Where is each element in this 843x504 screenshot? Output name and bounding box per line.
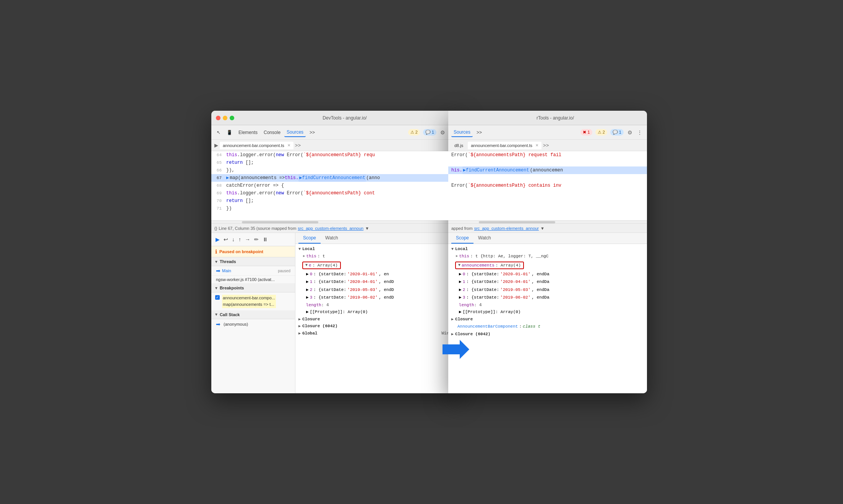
abc-prop-name: AnnouncementBarComponent <box>457 323 518 330</box>
info-icon: ℹ <box>215 249 217 255</box>
bottom-panel-left: ▶ ↩ ↓ ↑ → ✏ ⏸ ℹ Paused on breakpoint ▼ T… <box>211 233 460 393</box>
breakpoint-checkbox: ✓ announcement-bar.compo... map(announce… <box>215 295 291 308</box>
deactivate-button[interactable]: ✏ <box>253 235 260 244</box>
more-tabs-right[interactable]: >> <box>474 128 484 137</box>
announcements-expand-arrow[interactable]: ▼ <box>458 263 460 267</box>
left-devtools-window: DevTools - angular.io/ ↖ 📱 Elements Cons… <box>211 111 460 393</box>
more-tabs-icon-right[interactable]: >> <box>543 142 549 148</box>
source-map-link-left[interactable]: src_app_custom-elements_announ <box>298 226 363 231</box>
settings-button-left[interactable]: ⚙ <box>439 128 447 137</box>
status-text-right: apped from <box>451 226 473 231</box>
closure-header-left[interactable]: ▶ Closure <box>298 317 457 321</box>
code-line-65: 65 return []; <box>211 159 460 166</box>
chat-badge-right: 💬 1 <box>610 129 624 136</box>
bp-text: announcement-bar.compo... map(announceme… <box>222 295 276 308</box>
this-prop-right: this <box>459 253 469 260</box>
local-header-right[interactable]: ▼ Local <box>451 247 644 251</box>
right-code-text-3: his.▶findCurrentAnnouncement(announcemen <box>448 166 647 174</box>
step-button[interactable]: → <box>244 235 251 244</box>
cursor-tool-button[interactable]: ↖ <box>214 128 223 137</box>
code-line-66: 66 }), <box>211 166 460 174</box>
console-tab[interactable]: Console <box>261 128 283 137</box>
closure-label-right: Closure <box>455 317 473 321</box>
sources-tab-right[interactable]: Sources <box>451 128 473 137</box>
error-badge-right: ✖ 1 <box>580 129 592 136</box>
local-section-right: ▼ Local <box>448 246 647 252</box>
bp-code: map(announcements => t... <box>222 301 276 308</box>
code-line-70: 70 return []; <box>211 197 460 205</box>
editor-tab-bar-left: ▶ announcement-bar.component.ts ✕ >> <box>211 140 460 151</box>
horizontal-scrollbar-right[interactable] <box>448 220 647 223</box>
code-text-67: ▶ map(announcements => this.▶findCurrent… <box>225 174 460 182</box>
bp-filename: announcement-bar.compo... <box>222 295 276 301</box>
more-options-right[interactable]: ⋮ <box>635 128 644 137</box>
maximize-button[interactable] <box>230 116 234 120</box>
format-toggle[interactable]: {} <box>214 226 217 231</box>
device-toolbar-button[interactable]: 📱 <box>224 128 235 137</box>
file-tab-left[interactable]: announcement-bar.component.ts ✕ <box>220 142 293 149</box>
step-into-button[interactable]: ↓ <box>231 235 236 244</box>
file-tab-right[interactable]: announcement-bar.component.ts ✕ <box>468 142 541 149</box>
e-expand-arrow[interactable]: ▼ <box>305 263 308 267</box>
source-map-link-right[interactable]: src_app_custom-elements_annour <box>474 226 539 231</box>
close-tab-left[interactable]: ✕ <box>287 143 290 147</box>
bp-checkmark[interactable]: ✓ <box>215 295 220 300</box>
thread-ngsw-name: ngsw-worker.js #7100 (activat... <box>216 277 275 282</box>
code-text-66: }), <box>225 166 460 174</box>
this-value-right: : t {http: Ae, logger: T, __ngC <box>470 253 549 260</box>
pause-button[interactable]: ⏸ <box>261 235 269 244</box>
status-bar-right: apped from src_app_custom-elements_annou… <box>448 224 647 233</box>
closure2-header-right[interactable]: ▶ Closure (6042) <box>451 332 644 336</box>
breakpoint-item-1: ✓ announcement-bar.compo... map(announce… <box>211 292 295 310</box>
main-toolbar-left: ↖ 📱 Elements Console Sources >> ⚠ 2 💬 1 … <box>211 125 460 140</box>
global-header-left[interactable]: ▶ Global Window <box>298 331 457 336</box>
step-over-button[interactable]: ↩ <box>222 235 229 244</box>
callstack-item-1[interactable]: ➡ (anonymous) <box>211 319 295 329</box>
callstack-entry-1: (anonymous) <box>224 322 248 326</box>
thread-ngsw[interactable]: ngsw-worker.js #7100 (activat... <box>211 276 295 284</box>
scope-tab-left[interactable]: Scope <box>298 233 321 244</box>
horizontal-scrollbar-left[interactable] <box>211 220 460 223</box>
threads-section-header[interactable]: ▼ Threads <box>211 257 295 266</box>
thread-main[interactable]: ➡ Main paused <box>211 266 295 276</box>
file-tab-name: announcement-bar.component.ts <box>223 143 284 148</box>
resume-button[interactable]: ▶ <box>214 235 221 244</box>
watch-tab-right[interactable]: Watch <box>473 233 496 244</box>
this-arrow-right: ▶ <box>456 254 458 259</box>
scope-panel-right: Scope Watch ▼ Local ▶ this : t {http: <box>448 233 647 393</box>
array-item-2-right: ▶ 2 : {startDate: '2019-05-03', endDa <box>448 286 647 294</box>
callstack-section-header[interactable]: ▼ Call Stack <box>211 310 295 319</box>
step-out-button[interactable]: ↑ <box>237 235 242 244</box>
e-prop-value: : Array(4) <box>313 263 338 268</box>
this-prop-left: this <box>306 253 316 260</box>
close-button[interactable] <box>216 116 220 120</box>
dropdown-arrow-right[interactable]: ▼ <box>540 226 545 231</box>
scope-tab-right[interactable]: Scope <box>451 233 473 244</box>
line-num-64: 64 <box>211 151 225 159</box>
breakpoints-section-header[interactable]: ▼ Breakpoints <box>211 284 295 292</box>
line-num-65: 65 <box>211 159 225 166</box>
debugger-sidebar: ▶ ↩ ↓ ↑ → ✏ ⏸ ℹ Paused on breakpoint ▼ T… <box>211 233 295 393</box>
thread-main-name: Main <box>222 268 231 273</box>
minimize-button[interactable] <box>223 116 227 120</box>
line-num-68: 68 <box>211 182 225 189</box>
close-tab-right[interactable]: ✕ <box>535 143 538 147</box>
more-tabs-icon-left[interactable]: >> <box>295 142 301 148</box>
debug-controls: ▶ ↩ ↓ ↑ → ✏ ⏸ <box>211 233 295 246</box>
code-text-65: return []; <box>225 159 460 166</box>
closure2-header-left[interactable]: ▶ Closure (6042) <box>298 324 457 328</box>
sources-tab-left[interactable]: Sources <box>284 128 306 137</box>
closure2-arrow-left: ▶ <box>298 324 301 328</box>
file-tree-toggle[interactable]: ▶ <box>214 142 218 148</box>
file-tab-d8[interactable]: d8.js <box>451 142 466 149</box>
warning-badge-right: ⚠ 2 <box>595 129 607 136</box>
scope-tabs-right: Scope Watch <box>448 233 647 244</box>
settings-button-right[interactable]: ⚙ <box>626 128 634 137</box>
more-tabs-left[interactable]: >> <box>307 128 317 137</box>
closure-header-right[interactable]: ▶ Closure <box>451 317 644 321</box>
watch-tab-left[interactable]: Watch <box>321 233 343 244</box>
elements-tab[interactable]: Elements <box>236 128 260 137</box>
local-header-left[interactable]: ▼ Local <box>298 247 457 251</box>
right-devtools-window: rTools - angular.io/ Sources >> ✖ 1 ⚠ 2 … <box>448 111 647 393</box>
dropdown-arrow-left[interactable]: ▼ <box>365 226 369 231</box>
